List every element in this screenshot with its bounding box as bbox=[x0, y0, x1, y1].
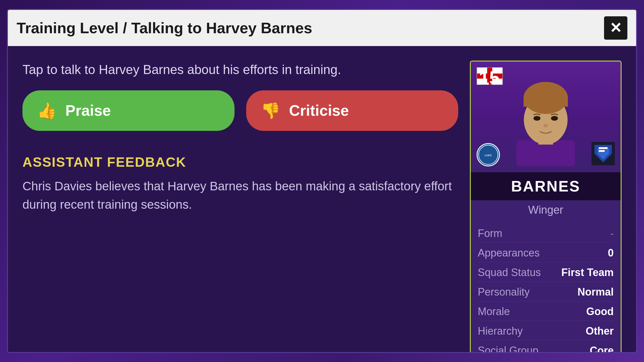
stat-label: Appearances bbox=[478, 247, 540, 259]
stat-value: - bbox=[610, 227, 614, 240]
stat-value: Good bbox=[586, 305, 614, 318]
stat-label: Social Group bbox=[478, 345, 538, 353]
stat-value: Normal bbox=[578, 286, 614, 298]
stat-row: Social GroupCore bbox=[478, 342, 614, 353]
player-card-header: 15 bbox=[471, 61, 621, 172]
fm-badge bbox=[592, 142, 615, 166]
player-number: 15 bbox=[479, 67, 500, 89]
dialog-title: Training Level / Talking to Harvey Barne… bbox=[17, 19, 312, 37]
stat-value: Other bbox=[586, 325, 614, 337]
player-name-bar: BARNES bbox=[471, 172, 621, 200]
stat-value: Core bbox=[590, 345, 614, 353]
stat-row: Squad StatusFirst Team bbox=[478, 263, 614, 282]
stat-row: MoraleGood bbox=[478, 303, 614, 321]
stat-row: PersonalityNormal bbox=[478, 283, 614, 301]
stat-row: Form- bbox=[478, 224, 614, 243]
praise-label: Praise bbox=[65, 102, 111, 119]
dialog: Training Level / Talking to Harvey Barne… bbox=[7, 9, 637, 353]
criticise-label: Criticise bbox=[289, 102, 349, 119]
stat-label: Form bbox=[478, 227, 502, 240]
player-position: Winger bbox=[471, 200, 621, 220]
player-card-panel: 15 bbox=[470, 61, 622, 353]
player-card: 15 bbox=[470, 61, 622, 353]
player-photo bbox=[505, 76, 587, 166]
stat-row: HierarchyOther bbox=[478, 322, 614, 340]
stat-row: Appearances0 bbox=[478, 244, 614, 262]
praise-button[interactable]: 👍 Praise bbox=[22, 90, 235, 131]
action-buttons: 👍 Praise 👎 Criticise bbox=[22, 90, 458, 131]
stat-value: First Team bbox=[561, 266, 614, 279]
thumbs-up-icon: 👍 bbox=[37, 101, 57, 120]
main-content: Tap to talk to Harvey Barnes about his e… bbox=[8, 46, 636, 353]
svg-rect-18 bbox=[599, 150, 605, 152]
svg-point-10 bbox=[543, 124, 548, 127]
stat-label: Hierarchy bbox=[478, 325, 523, 337]
stat-label: Morale bbox=[478, 305, 510, 318]
stat-label: Squad Status bbox=[478, 266, 541, 279]
assistant-feedback-section: ASSISTANT FEEDBACK Chris Davies believes… bbox=[22, 154, 458, 214]
thumbs-down-icon: 👎 bbox=[261, 101, 280, 120]
svg-point-9 bbox=[551, 116, 558, 121]
club-logo: LCFC bbox=[477, 143, 500, 166]
player-stats: Form-Appearances0Squad StatusFirst TeamP… bbox=[471, 220, 621, 353]
player-name: BARNES bbox=[477, 178, 615, 195]
left-panel: Tap to talk to Harvey Barnes about his e… bbox=[22, 61, 458, 353]
stat-label: Personality bbox=[478, 286, 530, 298]
svg-point-8 bbox=[533, 116, 540, 121]
criticise-button[interactable]: 👎 Criticise bbox=[246, 90, 458, 131]
title-bar: Training Level / Talking to Harvey Barne… bbox=[8, 10, 636, 46]
instruction-text: Tap to talk to Harvey Barnes about his e… bbox=[22, 61, 458, 79]
assistant-feedback-text: Chris Davies believes that Harvey Barnes… bbox=[22, 177, 458, 214]
svg-text:LCFC: LCFC bbox=[485, 154, 492, 157]
svg-rect-7 bbox=[524, 98, 568, 107]
assistant-feedback-title: ASSISTANT FEEDBACK bbox=[22, 154, 458, 170]
stat-value: 0 bbox=[608, 247, 614, 259]
close-button[interactable]: ✕ bbox=[604, 16, 627, 40]
svg-rect-17 bbox=[599, 147, 608, 149]
